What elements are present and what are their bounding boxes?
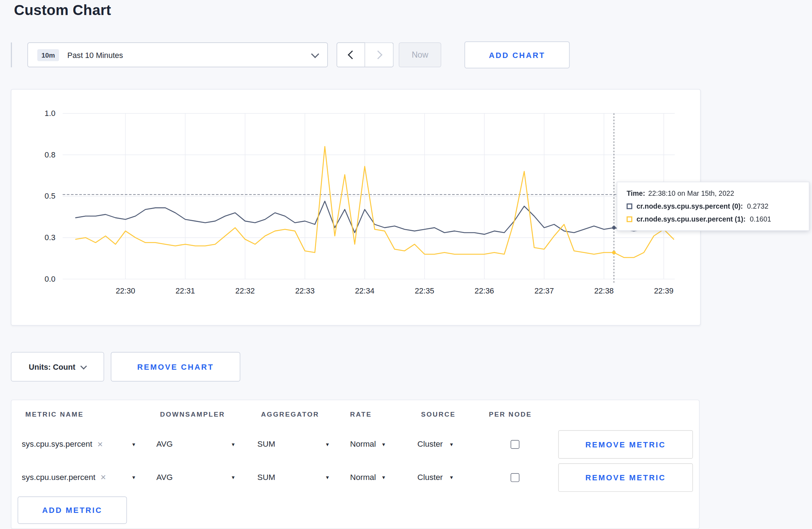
- svg-text:1.0: 1.0: [45, 109, 55, 118]
- tooltip-time-label: Time:: [627, 189, 645, 197]
- clear-icon[interactable]: ×: [101, 473, 106, 482]
- caret-down-icon: ▾: [232, 475, 235, 480]
- aggregator-select[interactable]: SUM ▾: [257, 440, 347, 449]
- caret-down-icon: ▾: [326, 441, 329, 447]
- caret-down-icon: ▾: [326, 475, 329, 480]
- actions-cell: REMOVE METRIC: [555, 430, 699, 458]
- per-node-checkbox[interactable]: [511, 473, 519, 482]
- caret-down-icon: ▾: [132, 441, 135, 447]
- caret-down-icon: ▾: [232, 441, 235, 447]
- col-header-downsampler: DOWNSAMPLER: [160, 411, 261, 418]
- per-node-cell: [485, 440, 555, 449]
- svg-text:22:33: 22:33: [295, 286, 314, 295]
- prev-range-button[interactable]: [337, 43, 365, 67]
- table-header-row: METRIC NAME DOWNSAMPLER AGGREGATOR RATE …: [11, 400, 699, 420]
- tooltip-entry-value: 0.1601: [750, 215, 771, 223]
- svg-text:22:30: 22:30: [116, 286, 135, 295]
- actions-cell: REMOVE METRIC: [555, 463, 699, 492]
- next-range-button[interactable]: [365, 43, 394, 67]
- source-select[interactable]: Cluster ▾: [417, 440, 485, 449]
- downsampler-value: AVG: [156, 440, 173, 449]
- svg-text:22:38: 22:38: [594, 286, 614, 295]
- series-sys-swatch-icon: [627, 203, 632, 209]
- tooltip-entry-label: cr.node.sys.cpu.user.percent (1):: [637, 215, 746, 223]
- add-metric-button[interactable]: ADD METRIC: [18, 496, 127, 524]
- remove-chart-button[interactable]: REMOVE CHART: [111, 352, 241, 382]
- rate-select[interactable]: Normal ▾: [347, 473, 417, 482]
- units-select[interactable]: Units: Count: [11, 352, 104, 382]
- source-value: Cluster: [417, 440, 443, 449]
- col-header-source: SOURCE: [421, 411, 489, 418]
- series-user-swatch-icon: [627, 217, 632, 222]
- chart-card: 1.00.80.50.30.022:3022:3122:3222:3322:34…: [11, 89, 701, 326]
- svg-text:22:32: 22:32: [235, 286, 255, 295]
- col-header-rate: RATE: [350, 411, 421, 418]
- svg-text:0.0: 0.0: [45, 275, 55, 283]
- table-body: sys.cpu.sys.percent × ▾ AVG ▾ SUM ▾ Norm…: [11, 428, 699, 494]
- tooltip-entry-user: cr.node.sys.cpu.user.percent (1): 0.1601: [627, 215, 799, 223]
- tooltip-time-value: 22:38:10 on Mar 15th, 2022: [648, 189, 734, 197]
- svg-text:22:36: 22:36: [475, 286, 494, 295]
- caret-down-icon: ▾: [382, 441, 385, 447]
- aggregator-value: SUM: [257, 440, 275, 449]
- caret-down-icon: ▾: [450, 475, 453, 480]
- toolbar-divider: [11, 43, 12, 67]
- tooltip-time: Time:22:38:10 on Mar 15th, 2022: [627, 189, 799, 197]
- metric-row: sys.cpu.sys.percent × ▾ AVG ▾ SUM ▾ Norm…: [11, 428, 699, 461]
- rate-select[interactable]: Normal ▾: [347, 440, 417, 449]
- tooltip-entry-label: cr.node.sys.cpu.sys.percent (0):: [637, 203, 743, 210]
- units-label: Units: Count: [29, 362, 75, 371]
- svg-text:0.3: 0.3: [45, 233, 55, 242]
- time-range-select[interactable]: 10m Past 10 Minutes: [28, 43, 328, 67]
- col-header-per-node: PER NODE: [489, 411, 558, 418]
- metric-name: sys.cpu.user.percent: [22, 473, 96, 482]
- svg-text:22:34: 22:34: [355, 286, 374, 295]
- caret-down-icon: ▾: [382, 475, 385, 480]
- remove-metric-button[interactable]: REMOVE METRIC: [558, 463, 693, 492]
- add-chart-button[interactable]: ADD CHART: [464, 42, 570, 68]
- downsampler-value: AVG: [156, 473, 173, 482]
- col-header-metric-name: METRIC NAME: [25, 411, 160, 418]
- remove-metric-button[interactable]: REMOVE METRIC: [558, 430, 693, 458]
- svg-text:22:39: 22:39: [654, 286, 673, 295]
- downsampler-select[interactable]: AVG ▾: [156, 440, 257, 449]
- rate-value: Normal: [350, 473, 376, 482]
- caret-down-icon: ▾: [450, 441, 453, 447]
- chevron-down-icon: [311, 50, 319, 58]
- col-header-aggregator: AGGREGATOR: [261, 411, 350, 418]
- tooltip-entry-sys: cr.node.sys.cpu.sys.percent (0): 0.2732: [627, 203, 799, 210]
- metric-name: sys.cpu.sys.percent: [22, 440, 92, 449]
- clear-icon[interactable]: ×: [97, 440, 103, 449]
- custom-chart-page: Custom Chart 10m Past 10 Minutes Now ADD…: [0, 0, 812, 529]
- range-nav-group: [337, 43, 393, 67]
- rate-value: Normal: [350, 440, 376, 449]
- metric-name-select[interactable]: sys.cpu.sys.percent × ▾: [22, 440, 156, 449]
- chevron-left-icon: [348, 50, 357, 59]
- caret-down-icon: ▾: [132, 475, 135, 480]
- per-node-checkbox[interactable]: [511, 440, 519, 449]
- svg-text:22:37: 22:37: [535, 286, 554, 295]
- chevron-down-icon: [81, 363, 87, 369]
- chevron-right-icon: [374, 50, 383, 59]
- source-value: Cluster: [417, 473, 443, 482]
- svg-text:0.5: 0.5: [45, 191, 55, 200]
- svg-text:22:31: 22:31: [175, 286, 195, 295]
- svg-text:0.8: 0.8: [45, 150, 55, 159]
- chart-tooltip: Time:22:38:10 on Mar 15th, 2022 cr.node.…: [617, 182, 809, 231]
- per-node-cell: [485, 473, 555, 482]
- tooltip-entry-value: 0.2732: [747, 203, 769, 210]
- timeseries-chart[interactable]: 1.00.80.50.30.022:3022:3122:3222:3322:34…: [11, 89, 700, 325]
- range-badge: 10m: [37, 49, 59, 61]
- now-button[interactable]: Now: [399, 43, 441, 67]
- metric-name-select[interactable]: sys.cpu.user.percent × ▾: [22, 473, 156, 482]
- metric-row: sys.cpu.user.percent × ▾ AVG ▾ SUM ▾ Nor…: [11, 461, 699, 494]
- downsampler-select[interactable]: AVG ▾: [156, 473, 257, 482]
- aggregator-value: SUM: [257, 473, 275, 482]
- svg-text:22:35: 22:35: [415, 286, 434, 295]
- aggregator-select[interactable]: SUM ▾: [257, 473, 347, 482]
- range-label: Past 10 Minutes: [67, 50, 123, 59]
- page-title: Custom Chart: [14, 2, 111, 19]
- source-select[interactable]: Cluster ▾: [417, 473, 485, 482]
